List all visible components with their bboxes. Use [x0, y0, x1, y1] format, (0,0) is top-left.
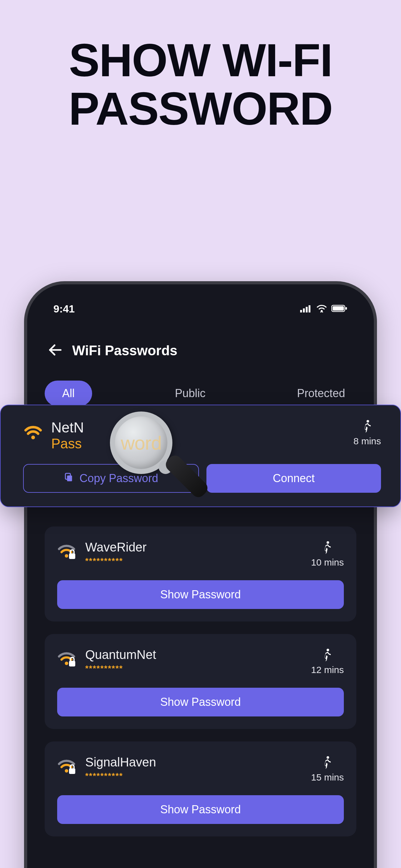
- svg-rect-10: [69, 553, 75, 559]
- walk-icon: [321, 550, 334, 555]
- network-name: SignalHaven: [85, 755, 156, 769]
- back-icon[interactable]: [47, 342, 63, 359]
- walk-time: 12 mins: [311, 664, 344, 675]
- wifi-status-icon: [316, 303, 327, 315]
- hero-line-1: SHOW WI-FI: [0, 36, 401, 84]
- svg-rect-6: [333, 306, 344, 311]
- page-title: WiFi Passwords: [72, 343, 177, 359]
- wifi-lock-icon: [57, 542, 76, 558]
- svg-rect-20: [67, 475, 72, 482]
- walk-icon: [321, 657, 334, 662]
- copy-password-button[interactable]: Copy Password: [23, 464, 199, 493]
- phone-frame: 9:41 WiFi Passwords All Public: [24, 281, 377, 868]
- show-password-button[interactable]: Show Password: [57, 688, 344, 716]
- network-card: WaveRider ********** 10 mins Show Passwo…: [45, 526, 356, 621]
- svg-point-4: [321, 310, 323, 312]
- filter-tabs: All Public Protected: [45, 380, 356, 406]
- svg-point-15: [65, 769, 68, 773]
- walk-distance: 15 mins: [311, 755, 344, 783]
- status-time: 9:41: [54, 303, 75, 315]
- svg-rect-2: [306, 307, 308, 312]
- connect-label: Connect: [273, 472, 314, 485]
- svg-rect-0: [300, 310, 302, 312]
- walk-time: 10 mins: [311, 557, 344, 568]
- svg-point-9: [65, 554, 68, 558]
- walk-distance: 12 mins: [311, 648, 344, 675]
- password-mask: **********: [85, 556, 146, 566]
- hero-title: SHOW WI-FI PASSWORD: [0, 0, 401, 133]
- svg-point-11: [327, 541, 329, 544]
- network-card: QuantumNet ********** 12 mins Show Passw…: [45, 634, 356, 729]
- svg-point-19: [367, 420, 369, 423]
- wifi-icon: [23, 424, 42, 440]
- battery-icon: [331, 303, 347, 315]
- svg-point-14: [327, 649, 329, 651]
- network-name: QuantumNet: [85, 648, 156, 662]
- connect-button[interactable]: Connect: [206, 464, 381, 493]
- password-mask: **********: [85, 771, 156, 781]
- show-password-button[interactable]: Show Password: [57, 580, 344, 609]
- svg-rect-1: [303, 308, 305, 312]
- header: WiFi Passwords: [45, 342, 356, 359]
- walk-icon: [360, 428, 374, 434]
- tab-all[interactable]: All: [45, 380, 92, 406]
- walk-distance: 10 mins: [311, 540, 344, 568]
- walk-distance: 8 mins: [354, 419, 381, 446]
- featured-network-card: NetN Pass 8 mins Copy Password Connect w…: [0, 405, 401, 507]
- phone-screen: 9:41 WiFi Passwords All Public: [27, 284, 374, 868]
- svg-rect-16: [69, 768, 75, 774]
- svg-point-18: [31, 436, 35, 439]
- tab-protected[interactable]: Protected: [288, 380, 354, 406]
- walk-icon: [321, 765, 334, 770]
- network-card: SignalHaven ********** 15 mins Show Pass…: [45, 741, 356, 836]
- cellular-icon: [300, 303, 312, 315]
- walk-time: 8 mins: [354, 436, 381, 446]
- tab-public[interactable]: Public: [166, 380, 214, 406]
- status-icons: [300, 303, 347, 315]
- svg-rect-3: [308, 305, 310, 312]
- network-name: WaveRider: [85, 540, 146, 554]
- svg-point-17: [327, 756, 329, 758]
- wifi-lock-icon: [57, 650, 76, 665]
- show-password-button[interactable]: Show Password: [57, 795, 344, 824]
- wifi-lock-icon: [57, 757, 76, 773]
- password-mask: **********: [85, 664, 156, 673]
- walk-time: 15 mins: [311, 772, 344, 783]
- copy-password-label: Copy Password: [79, 472, 158, 485]
- network-name: NetN: [51, 419, 84, 436]
- hero-line-2: PASSWORD: [0, 84, 401, 133]
- svg-rect-13: [69, 661, 75, 666]
- status-bar: 9:41: [45, 299, 356, 318]
- copy-icon: [64, 472, 74, 485]
- svg-rect-7: [345, 307, 347, 310]
- svg-point-12: [65, 662, 68, 665]
- password-revealed: Pass: [51, 436, 84, 452]
